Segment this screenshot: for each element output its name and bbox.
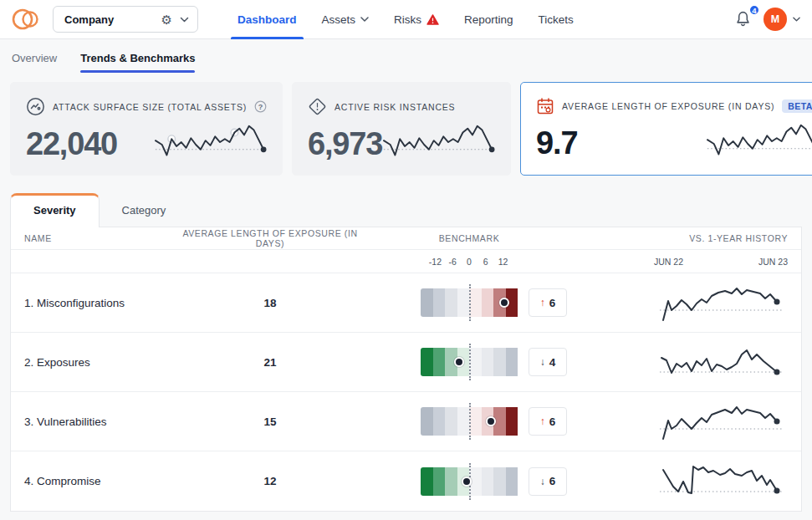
card-value: 22,040	[26, 126, 117, 162]
card-attack-surface-size[interactable]: ATTACK SURFACE SIZE (TOTAL ASSETS) ? 22,…	[10, 82, 283, 176]
tab-category[interactable]: Category	[100, 193, 189, 227]
benchmark-dot	[486, 416, 496, 426]
risk-alert-triangle-icon	[426, 14, 439, 25]
diff-value: 4	[549, 356, 556, 369]
row-benchmark: ↑ 6	[362, 407, 630, 436]
benchmark-dot	[454, 357, 464, 367]
benchmark-panel: Severity Category NAME AVERAGE LENGTH OF…	[10, 193, 802, 512]
benchmark-dot	[462, 477, 472, 487]
history-sparkline	[654, 338, 788, 385]
nav-item-assets[interactable]: Assets	[309, 0, 382, 39]
row-benchmark: ↓ 4	[362, 348, 630, 376]
benchmark-zero-line	[469, 284, 471, 321]
benchmark-segment	[482, 467, 494, 496]
row-name: 4. Compromise	[11, 475, 178, 487]
card-active-risk-instances[interactable]: ACTIVE RISK INSTANCES 6,973	[292, 82, 511, 176]
help-icon[interactable]: ?	[254, 100, 267, 113]
panel-tabs: Severity Category	[10, 193, 802, 227]
user-menu[interactable]: M	[763, 8, 800, 31]
tab-label: Severity	[33, 204, 76, 217]
benchmark-segment	[493, 348, 506, 376]
history-sparkline	[654, 397, 788, 444]
tab-overview[interactable]: Overview	[12, 52, 57, 73]
table-row[interactable]: 1. Misconfigurations 18 ↑ 6	[11, 273, 801, 333]
tab-severity[interactable]: Severity	[10, 193, 100, 227]
benchmark-segment	[445, 467, 457, 496]
tick-label: -12	[429, 257, 442, 267]
page-tabs: Overview Trends & Benchmarks	[0, 52, 812, 73]
avatar: M	[763, 8, 787, 31]
row-value: 15	[178, 415, 362, 428]
calendar-icon	[536, 97, 554, 115]
benchmark-segment	[506, 348, 518, 376]
tick-label: 0	[467, 257, 472, 267]
stat-cards: ATTACK SURFACE SIZE (TOTAL ASSETS) ? 22,…	[10, 82, 802, 176]
benchmark-bar	[421, 407, 518, 436]
nav-item-risks[interactable]: Risks	[381, 0, 452, 39]
row-history	[654, 338, 788, 387]
tab-trends-benchmarks[interactable]: Trends & Benchmarks	[80, 52, 195, 73]
card-value: 9.7	[536, 125, 577, 161]
col-header-history: VS. 1-YEAR HISTORY	[654, 233, 788, 243]
risk-diamond-icon	[308, 97, 327, 116]
diff-arrow-icon: ↑	[540, 415, 545, 427]
row-history	[654, 397, 788, 446]
nav-item-reporting[interactable]: Reporting	[452, 0, 526, 39]
table-row[interactable]: 4. Compromise 12 ↓ 6	[11, 451, 801, 511]
benchmark-bar	[421, 288, 518, 317]
tab-label: Category	[122, 204, 166, 217]
nav-item-dashboard[interactable]: Dashboard	[225, 0, 309, 39]
benchmark-segment	[421, 348, 433, 376]
diff-badge: ↑ 6	[529, 407, 567, 436]
benchmark-segment	[506, 467, 518, 496]
gear-icon[interactable]: ⚙	[161, 13, 172, 26]
card-average-length-of-exposure[interactable]: AVERAGE LENGTH OF EXPOSURE (IN DAYS) BET…	[520, 82, 812, 176]
row-name: 2. Exposures	[11, 356, 178, 369]
row-value: 18	[178, 297, 362, 309]
diff-value: 6	[549, 475, 556, 487]
card-sparkline	[382, 122, 495, 166]
company-selector[interactable]: Company ⚙	[53, 6, 198, 33]
svg-text:?: ?	[258, 103, 263, 111]
card-sparkline	[706, 121, 812, 165]
card-label: ACTIVE RISK INSTANCES	[335, 102, 455, 112]
nav-label: Assets	[322, 13, 356, 26]
diff-value: 6	[549, 415, 556, 428]
tab-label: Trends & Benchmarks	[80, 52, 195, 64]
diff-arrow-icon: ↓	[540, 356, 545, 368]
card-sparkline	[154, 122, 267, 166]
row-value: 12	[178, 475, 362, 487]
brand-logo[interactable]	[10, 5, 42, 33]
diff-badge: ↓ 4	[529, 348, 567, 376]
card-label: AVERAGE LENGTH OF EXPOSURE (IN DAYS)	[562, 101, 774, 111]
benchmark-segment	[493, 467, 506, 496]
diff-badge: ↑ 6	[529, 288, 567, 317]
benchmark-zero-line	[469, 344, 471, 380]
table-row[interactable]: 3. Vulnerabilities 15 ↑ 6	[11, 392, 801, 451]
diff-badge: ↓ 6	[529, 467, 567, 496]
chevron-down-icon	[180, 17, 189, 23]
card-label: ATTACK SURFACE SIZE (TOTAL ASSETS)	[53, 102, 247, 112]
benchmark-segment	[506, 407, 518, 436]
table-row[interactable]: 2. Exposures 21 ↓ 4	[11, 333, 801, 392]
chevron-down-icon	[793, 17, 800, 22]
benchmark-segment	[433, 288, 446, 317]
benchmark-segment	[433, 348, 446, 376]
nav-label: Risks	[394, 13, 421, 26]
table-subheader: -12 -6 0 6 12 JUN 22 JUN 23	[11, 250, 801, 273]
top-right-actions: 4 M	[734, 8, 800, 31]
benchmark-segment	[469, 407, 482, 436]
history-date-range: JUN 22 JUN 23	[654, 257, 788, 267]
nav-item-tickets[interactable]: Tickets	[526, 0, 586, 39]
benchmark-segment	[482, 348, 494, 376]
notifications-button[interactable]: 4	[734, 10, 753, 28]
diff-arrow-icon: ↑	[540, 297, 545, 308]
benchmark-bar	[421, 467, 518, 496]
row-value: 21	[178, 356, 362, 369]
row-benchmark: ↑ 6	[362, 288, 630, 317]
benchmark-segment	[469, 288, 482, 317]
tick-label: 12	[498, 257, 508, 267]
table-header: NAME AVERAGE LENGTH OF EXPOSURE (IN DAYS…	[11, 227, 801, 250]
benchmark-segment	[469, 348, 482, 376]
benchmark-segment	[433, 467, 446, 496]
